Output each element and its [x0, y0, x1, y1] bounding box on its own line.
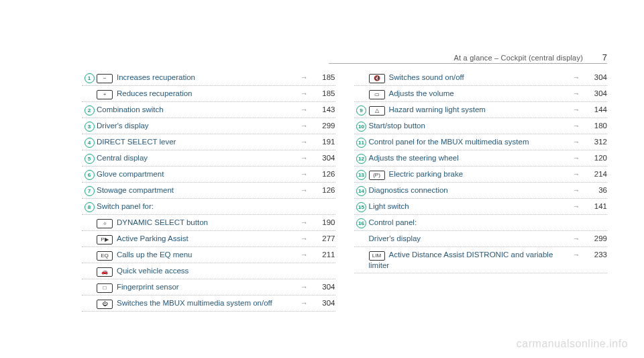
index-row: ⏻Switches the MBUX multimedia system on/… — [82, 296, 335, 312]
index-label-text: Switches the MBUX multimedia system on/o… — [117, 299, 272, 307]
index-label: ▭Adjusts the volume — [369, 89, 570, 99]
callout-number-cell — [82, 218, 97, 218]
page-link-arrow-icon: → — [570, 89, 583, 99]
control-icon: ⟐ — [97, 219, 113, 228]
index-row: 12Adjusts the steering wheel→120 — [354, 150, 608, 167]
control-icon: □ — [97, 283, 113, 293]
index-row: 15Light switch→141 — [354, 199, 608, 215]
page-reference: 190 — [311, 218, 335, 228]
index-label-text: Light switch — [369, 202, 409, 210]
callout-number-badge: 6 — [85, 170, 95, 180]
index-label-text: Adjusts the steering wheel — [369, 154, 459, 162]
callout-number-cell: 5 — [82, 153, 97, 164]
index-label: Combination switch — [97, 105, 298, 115]
index-label-text: Glove compartment — [97, 170, 164, 178]
index-row: 6Glove compartment→126 — [82, 167, 335, 183]
control-icon-glyph: − — [97, 74, 113, 83]
callout-number-badge: 4 — [85, 138, 95, 148]
callout-number-cell: 7 — [82, 185, 97, 196]
index-label: Light switch — [369, 202, 570, 212]
control-icon: 🔇 — [369, 74, 385, 83]
index-label-text: Stowage compartment — [97, 186, 174, 194]
control-icon-glyph: LIM — [369, 251, 385, 261]
index-row: 7Stowage compartment→126 — [82, 183, 335, 199]
index-row: 10Start/stop button→180 — [354, 118, 608, 134]
index-row: +Reduces recuperation→185 — [82, 86, 335, 102]
index-row: 13(P)Electric parking brake→214 — [354, 167, 608, 183]
index-label: EQCalls up the EQ menu — [97, 250, 298, 261]
page-reference: 211 — [311, 250, 335, 260]
index-label-text: Control panel for the MBUX multimedia sy… — [369, 138, 529, 146]
callout-number-badge: 13 — [356, 170, 366, 180]
index-label-text: Calls up the EQ menu — [117, 251, 193, 259]
callout-number-cell — [82, 89, 97, 89]
index-row: 9△Hazard warning light system→144 — [354, 102, 608, 118]
callout-number-cell: 2 — [82, 105, 97, 116]
control-icon: LIM — [369, 251, 385, 261]
index-label-text: DIRECT SELECT lever — [97, 138, 176, 146]
page-reference: 36 — [583, 185, 607, 195]
page-link-arrow-icon: → — [570, 137, 583, 147]
index-label: −Increases recuperation — [97, 73, 298, 83]
callout-number-cell — [354, 73, 369, 73]
content-columns: 1−Increases recuperation→185+Reduces rec… — [82, 70, 607, 312]
index-label-text: Hazard warning light system — [389, 105, 486, 114]
callout-number-cell — [82, 234, 97, 234]
index-label-text: Adjusts the volume — [389, 89, 454, 97]
page-link-arrow-icon: → — [570, 169, 583, 179]
index-label-text: Driver's display — [97, 122, 149, 130]
page-reference: 304 — [311, 153, 335, 163]
callout-number-cell — [354, 234, 369, 234]
index-row: 2Combination switch→143 — [82, 102, 335, 118]
page-reference: 185 — [311, 89, 335, 99]
column-left: 1−Increases recuperation→185+Reduces rec… — [82, 70, 335, 312]
page-reference: 304 — [311, 282, 335, 292]
page-link-arrow-icon: → — [570, 153, 583, 163]
index-label: Switch panel for: — [97, 202, 298, 212]
control-icon: EQ — [97, 251, 113, 261]
page-reference: 191 — [311, 137, 335, 147]
index-label: 🔇Switches sound on/off — [369, 73, 570, 83]
callout-number-badge: 3 — [85, 122, 95, 132]
callout-number-badge: 1 — [85, 73, 95, 83]
page-link-arrow-icon: → — [298, 185, 311, 195]
index-label-text: Control panel: — [369, 218, 417, 226]
callout-number-badge: 14 — [356, 186, 366, 196]
index-label: Stowage compartment — [97, 185, 298, 195]
page-link-arrow-icon: → — [298, 282, 311, 292]
page-reference: 180 — [583, 121, 607, 131]
index-label-text: Central display — [97, 154, 148, 162]
callout-number-cell — [82, 282, 97, 283]
page-reference: 126 — [311, 185, 335, 195]
callout-number-badge: 8 — [85, 202, 95, 212]
index-row: □Fingerprint sensor→304 — [82, 279, 335, 296]
column-right: 🔇Switches sound on/off→304▭Adjusts the v… — [354, 70, 608, 312]
page-reference: 214 — [583, 169, 607, 179]
index-label-text: Active Distance Assist DISTRONIC and var… — [369, 251, 553, 269]
page-link-arrow-icon: → — [570, 185, 583, 195]
index-row: 8Switch panel for: — [82, 199, 335, 215]
index-label-text: Electric parking brake — [389, 170, 464, 178]
control-icon-glyph: (P) — [369, 171, 385, 180]
callout-number-cell: 11 — [354, 137, 369, 148]
index-label-text: Fingerprint sensor — [117, 283, 179, 291]
index-label-text: Combination switch — [97, 105, 164, 114]
callout-number-cell: 14 — [354, 185, 369, 196]
callout-number-cell — [354, 89, 369, 89]
index-label: Driver's display — [369, 234, 570, 244]
index-label-text: Active Parking Assist — [117, 234, 189, 242]
callout-number-cell: 8 — [82, 202, 97, 212]
index-label: Central display — [97, 153, 298, 163]
index-row: LIMActive Distance Assist DISTRONIC and … — [354, 247, 608, 273]
page-reference: 304 — [583, 89, 607, 99]
page-link-arrow-icon: → — [570, 105, 583, 115]
page-reference: 143 — [311, 105, 335, 115]
control-icon: 🚗 — [97, 267, 113, 277]
callout-number-badge: 2 — [85, 105, 95, 116]
control-icon-glyph: △ — [369, 106, 385, 116]
page-reference: 233 — [583, 250, 607, 260]
page-link-arrow-icon: → — [298, 73, 311, 83]
page-reference: 304 — [583, 73, 607, 83]
page-link-arrow-icon: → — [570, 202, 583, 212]
page-link-arrow-icon: → — [570, 250, 583, 260]
